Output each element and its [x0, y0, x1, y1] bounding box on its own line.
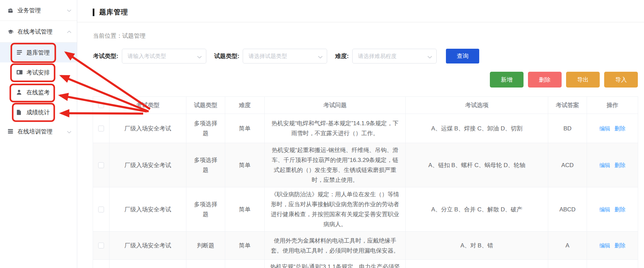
- cell-difficulty: 简单: [225, 187, 265, 232]
- cell-exam-type: 厂级入场安全考试: [110, 143, 186, 187]
- exam-type-select[interactable]: [122, 49, 206, 63]
- cell-exam-type: 厂级入场安全考试: [110, 232, 186, 260]
- user-icon: [16, 90, 22, 95]
- add-button[interactable]: 新增: [490, 72, 524, 88]
- cell-options: A、分立 B、合并 C、解散 D、破产: [406, 187, 548, 232]
- delete-link[interactable]: 删除: [614, 162, 625, 168]
- sidebar: 业务管理 在线考试管理 题库管理 考试安排: [0, 0, 77, 268]
- sidebar-item-online-exam-management[interactable]: 在线考试管理: [0, 21, 77, 42]
- cell-question: 使用外壳为金属材料的电动工具时，应戴绝缘手套。使用电动工具时，必须同时使用漏电保…: [265, 232, 406, 260]
- header-divider: [77, 22, 644, 22]
- cell-question: 《职业病防治法》规定：用人单位在发生（）等情形时，应当对从事接触职业病危害的作业…: [265, 187, 406, 232]
- search-button[interactable]: 查询: [446, 49, 479, 63]
- row-checkbox[interactable]: [98, 126, 104, 131]
- export-button[interactable]: 导出: [566, 72, 600, 88]
- chevron-down-icon: [67, 128, 71, 135]
- cell-question: 热机安规“起重和搬运-钢丝绳、纤维绳、吊钩、滑车、千斤顶和手拉葫芦的使用”16.…: [265, 143, 406, 187]
- cell-difficulty: 简单: [225, 232, 265, 260]
- layers-icon: [8, 129, 13, 135]
- cell-answer: A: [548, 260, 587, 268]
- cell-options: A、链扣 B、螺杆 C、蜗母轮 D、轮轴: [406, 143, 548, 187]
- chevron-up-icon: [67, 28, 71, 35]
- sidebar-item-online-proctoring[interactable]: 在线监考: [0, 82, 77, 102]
- col-operations: 操作: [587, 97, 638, 114]
- col-answer: 考试答案: [548, 97, 587, 114]
- cell-exam-type: 厂级入场安全考试: [110, 260, 186, 268]
- row-checkbox[interactable]: [98, 243, 104, 248]
- question-type-select[interactable]: [243, 49, 327, 63]
- table-header-row: 考试类型 试题类型 难度 考试问题 考试选项 考试答案 操作: [93, 97, 638, 114]
- edit-link[interactable]: 编辑: [599, 126, 610, 131]
- cell-question-type: 多项选择题: [186, 187, 225, 232]
- title-accent-bar: [93, 9, 94, 16]
- cell-question-type: 多项选择题: [186, 143, 225, 187]
- cell-question: 热机安规“总则-通则”3.1.1条规定，电力生产必须坚持“安全第一、预防为主、综…: [265, 260, 406, 268]
- sidebar-item-label: 题库管理: [26, 49, 50, 57]
- difficulty-input[interactable]: [358, 53, 423, 59]
- cell-question: 热机安规“电焊和气焊-基本规定”14.1.9条规定，下雨雪时，不宜露天进行（）工…: [265, 114, 406, 143]
- cell-exam-type: 厂级入场安全考试: [110, 114, 186, 143]
- col-exam-type: 考试类型: [110, 97, 186, 114]
- sidebar-item-exam-schedule[interactable]: 考试安排: [0, 62, 77, 82]
- id-card-icon: [16, 70, 22, 75]
- table-row: 厂级入场安全考试 多项选择题 简单 《职业病防治法》规定：用人单位在发生（）等情…: [93, 187, 638, 232]
- cell-question-type: 判断题: [186, 260, 225, 268]
- sidebar-item-score-statistics[interactable]: 成绩统计: [0, 102, 77, 122]
- col-difficulty: 难度: [225, 97, 265, 114]
- sidebar-item-business-management[interactable]: 业务管理: [0, 0, 77, 21]
- filter-bar: 考试类型: 试题类型: 难度: 查询: [93, 49, 644, 63]
- sidebar-item-label: 成绩统计: [26, 108, 50, 116]
- sidebar-item-label: 考试安排: [26, 69, 50, 77]
- question-table: 考试类型 试题类型 难度 考试问题 考试选项 考试答案 操作 厂级入场安全考试 …: [93, 96, 638, 268]
- question-bank-management-page: 业务管理 在线考试管理 题库管理 考试安排: [0, 0, 644, 268]
- import-button[interactable]: 导入: [604, 72, 638, 88]
- sidebar-item-question-bank-management[interactable]: 题库管理: [0, 43, 77, 62]
- select-all-checkbox[interactable]: [98, 102, 104, 108]
- chevron-down-icon: [67, 7, 71, 14]
- chevron-down-icon: [427, 54, 432, 60]
- cell-question-type: 多项选择题: [186, 114, 225, 143]
- sidebar-item-label: 在线考试管理: [18, 28, 53, 36]
- briefcase-icon: [8, 8, 13, 13]
- cell-answer: A: [548, 232, 587, 260]
- sidebar-item-online-training-management[interactable]: 在线培训管理: [0, 124, 77, 140]
- table-row: 厂级入场安全考试 多项选择题 简单 热机安规“电焊和气焊-基本规定”14.1.9…: [93, 114, 638, 143]
- difficulty-label: 难度:: [335, 52, 349, 60]
- sidebar-item-label: 业务管理: [18, 7, 41, 14]
- breadcrumb: 当前位置：试题管理: [93, 32, 644, 40]
- delete-link[interactable]: 删除: [614, 207, 625, 212]
- cell-difficulty: 简单: [225, 143, 265, 187]
- delete-link[interactable]: 删除: [614, 243, 625, 248]
- cell-options: A、对 B、错: [406, 232, 548, 260]
- edit-link[interactable]: 编辑: [599, 207, 610, 212]
- question-type-input[interactable]: [249, 53, 314, 59]
- sidebar-item-label: 在线培训管理: [18, 128, 53, 136]
- table-row: 厂级入场安全考试 多项选择题 简单 热机安规“起重和搬运-钢丝绳、纤维绳、吊钩、…: [93, 143, 638, 187]
- cell-exam-type: 厂级入场安全考试: [110, 187, 186, 232]
- exam-type-input[interactable]: [128, 53, 193, 59]
- graduation-cap-icon: [8, 29, 13, 35]
- cell-options: A、运煤 B、焊接 C、卸油 D、切割: [406, 114, 548, 143]
- delete-link[interactable]: 删除: [614, 126, 625, 131]
- chevron-down-icon: [318, 54, 323, 60]
- cell-difficulty: 简单: [225, 114, 265, 143]
- row-checkbox[interactable]: [98, 162, 104, 168]
- chevron-down-icon: [197, 54, 202, 60]
- edit-link[interactable]: 编辑: [599, 243, 610, 248]
- delete-button[interactable]: 删除: [528, 72, 562, 88]
- edit-link[interactable]: 编辑: [599, 162, 610, 168]
- col-options: 考试选项: [406, 97, 548, 114]
- toolbar: 新增 删除 导出 导入: [77, 72, 638, 88]
- difficulty-select[interactable]: [352, 49, 437, 63]
- main-content: 题库管理 当前位置：试题管理 考试类型: 试题类型: 难度:: [77, 0, 644, 268]
- col-question-type: 试题类型: [186, 97, 225, 114]
- table-row: 厂级入场安全考试 判断题 简单 热机安规“总则-通则”3.1.1条规定，电力生产…: [93, 260, 638, 268]
- col-question: 考试问题: [265, 97, 406, 114]
- cell-answer: ABCD: [548, 187, 587, 232]
- cell-question-type: 判断题: [186, 232, 225, 260]
- exam-type-label: 考试类型:: [93, 52, 118, 60]
- row-checkbox[interactable]: [98, 207, 104, 212]
- cell-answer: ACD: [548, 143, 587, 187]
- table-row: 厂级入场安全考试 判断题 简单 使用外壳为金属材料的电动工具时，应戴绝缘手套。使…: [93, 232, 638, 260]
- file-icon: [16, 109, 22, 115]
